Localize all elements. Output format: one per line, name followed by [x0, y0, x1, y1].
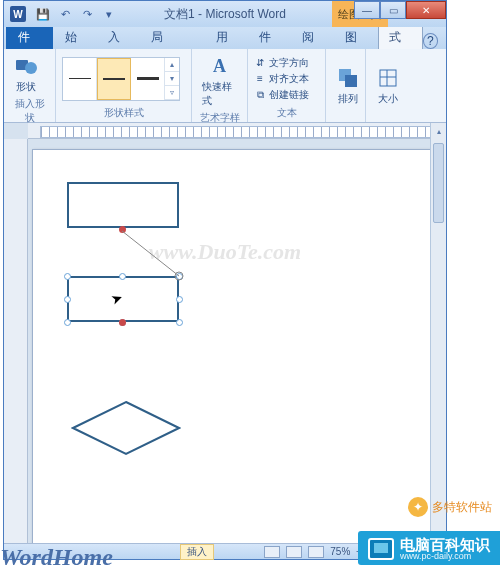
svg-line-5 — [122, 231, 179, 276]
gallery-up-icon[interactable]: ▴ — [165, 58, 179, 72]
group-insert-shapes: 插入形状 — [10, 96, 49, 126]
view-web-layout[interactable] — [308, 546, 324, 558]
text-direction-icon: ⇵ — [254, 57, 266, 69]
save-icon[interactable]: 💾 — [36, 7, 50, 21]
redo-icon[interactable]: ↷ — [80, 7, 94, 21]
text-direction-button[interactable]: ⇵文字方向 — [254, 56, 309, 70]
quick-styles-label: 快速样式 — [202, 80, 237, 108]
brand-duote: ✦ 多特软件站 — [408, 497, 492, 517]
gallery-expand-icon[interactable]: ▿ — [165, 86, 179, 100]
shapes-icon — [14, 54, 38, 78]
maximize-button[interactable]: ▭ — [380, 1, 406, 19]
document-workspace: ➤ ▴ ▾ — [4, 123, 446, 543]
watermark-wordhome: WordHome — [0, 544, 113, 567]
scrollbar-thumb[interactable] — [433, 143, 444, 223]
status-mode: 插入 — [180, 544, 214, 560]
undo-icon[interactable]: ↶ — [58, 7, 72, 21]
view-full-screen[interactable] — [286, 546, 302, 558]
flowchart-rectangle-1[interactable] — [67, 182, 179, 228]
svg-marker-7 — [73, 402, 179, 454]
link-icon: ⧉ — [254, 89, 266, 101]
pcdaily-logo-icon — [368, 538, 394, 560]
document-page[interactable]: ➤ — [32, 149, 432, 543]
shapes-label: 形状 — [16, 80, 36, 94]
group-shape-styles: 形状样式 — [62, 105, 185, 121]
arrange-icon — [336, 66, 360, 90]
align-text-icon: ≡ — [254, 73, 266, 85]
scroll-up-icon[interactable]: ▴ — [431, 123, 446, 139]
arrange-button[interactable]: 排列 — [332, 64, 364, 108]
svg-rect-3 — [345, 75, 357, 87]
zoom-level[interactable]: 75% — [330, 546, 350, 557]
ribbon: 形状 插入形状 ▴ ▾ ▿ 形状样式 — [4, 49, 446, 123]
arrange-label: 排列 — [338, 92, 358, 106]
quick-styles-button[interactable]: A 快速样式 — [198, 52, 241, 110]
svg-point-1 — [25, 62, 37, 74]
connector-line[interactable] — [119, 228, 189, 288]
horizontal-ruler[interactable] — [28, 123, 446, 139]
wordart-icon: A — [208, 54, 232, 78]
create-link-button[interactable]: ⧉创建链接 — [254, 88, 309, 102]
size-button[interactable]: 大小 — [372, 64, 404, 108]
help-icon[interactable]: ? — [423, 33, 438, 49]
svg-rect-4 — [380, 70, 396, 86]
vertical-ruler[interactable] — [4, 139, 28, 543]
align-text-button[interactable]: ≡对齐文本 — [254, 72, 309, 86]
ribbon-tabs: 文件 开始 插入 页面布局 引用 邮件 审阅 视图 格式 ? — [4, 27, 446, 49]
brand-pcdaily: 电脑百科知识 www.pc-daily.com — [358, 531, 500, 565]
gallery-down-icon[interactable]: ▾ — [165, 72, 179, 86]
qat-more-icon[interactable]: ▾ — [102, 7, 116, 21]
group-text: 文本 — [254, 105, 319, 121]
connection-point[interactable] — [119, 319, 126, 326]
minimize-button[interactable]: — — [354, 1, 380, 19]
duote-logo-icon: ✦ — [408, 497, 428, 517]
word-app-icon: W — [10, 6, 26, 22]
close-button[interactable]: ✕ — [406, 1, 446, 19]
flowchart-diamond[interactable] — [71, 400, 181, 456]
vertical-scrollbar[interactable]: ▴ ▾ — [430, 123, 446, 543]
window-title: 文档1 - Microsoft Word — [164, 6, 286, 23]
size-icon — [376, 66, 400, 90]
size-label: 大小 — [378, 92, 398, 106]
view-print-layout[interactable] — [264, 546, 280, 558]
shapes-button[interactable]: 形状 — [10, 52, 42, 96]
shape-styles-gallery[interactable]: ▴ ▾ ▿ — [62, 57, 180, 101]
quick-access-toolbar: 💾 ↶ ↷ ▾ — [36, 7, 116, 21]
